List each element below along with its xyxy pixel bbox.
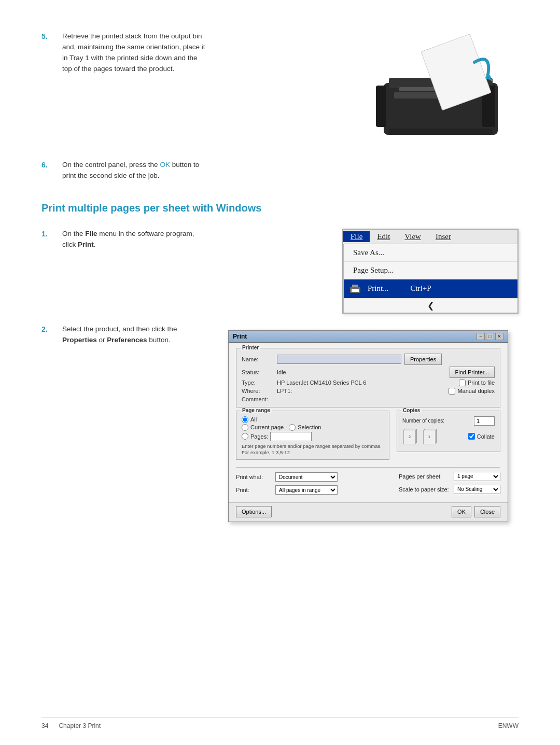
options-button[interactable]: Options... [236,506,272,517]
properties-button[interactable]: Properties [404,354,442,365]
svg-rect-11 [352,285,358,287]
menu-bar-inser[interactable]: Inser [428,231,458,242]
collate-label: Collate [477,433,495,440]
menu-item-print[interactable]: Print... Ctrl+P [344,279,517,299]
pages-input[interactable] [270,432,312,441]
menu-bar-view[interactable]: View [397,231,428,242]
page-container: 5. Retrieve the printed stack from the o… [0,0,560,745]
step-6-row: 6. On the control panel, press the OK bu… [41,160,519,181]
pages-radio-row: Pages: [242,432,384,441]
step-5-number: 5. [41,32,62,75]
manual-duplex-label: Manual duplex [457,388,495,394]
print-to-file-row: Print to file [459,379,495,386]
dialog-close-btn[interactable]: ✕ [495,333,503,340]
step-1-col: 1. On the File menu in the software prog… [41,229,321,314]
all-radio[interactable] [242,416,248,423]
type-row: Type: HP LaserJet CM1410 Series PCL 6 Pr… [242,379,495,386]
printer-section: Printer Name: Properties Status: Idle [236,348,500,407]
copies-section: Copies Number of copies: [397,411,500,452]
menu-item-save-as[interactable]: Save As... [344,244,517,262]
dialog-maximize-btn[interactable]: □ [486,333,494,340]
print-menu-icon [349,284,361,294]
ctrl-p-shortcut: Ctrl+P [410,284,431,293]
step-1-row: 1. On the File menu in the software prog… [41,229,321,250]
dialog-action-buttons: OK Close [452,506,500,517]
print-label-field: Print: [236,487,272,493]
status-row: Status: Idle Find Printer... [242,367,495,378]
printer-illustration [342,31,519,150]
print-to-file-checkbox[interactable] [459,379,466,386]
where-value: LPT1: [277,388,292,394]
print-dialog: Print − □ ✕ Printer Name: [228,330,508,522]
chapter-text: Chapter 3 Print [59,722,101,729]
menu-bar-file[interactable]: File [343,231,370,242]
collate-icon-2: 1 [422,429,439,444]
copies-input[interactable] [474,416,495,426]
step-1-number: 1. [41,230,62,238]
print-to-file-label: Print to file [468,379,495,386]
menu-bar: File Edit View Inser [343,230,517,244]
copies-content: Number of copies: 2 [402,416,495,444]
menu-bar-edit[interactable]: Edit [370,231,397,242]
scale-row: Scale to paper size: No Scaling [399,485,500,494]
step-2-number: 2. [41,325,62,333]
type-value: HP LaserJet CM1410 Series PCL 6 [277,379,366,386]
print-what-select[interactable]: Document [275,472,338,482]
printer-name-input[interactable] [277,355,401,364]
menu-item-page-setup[interactable]: Page Setup... [344,262,517,279]
pages-radio[interactable] [242,433,248,440]
dialog-minimize-btn[interactable]: − [477,333,485,340]
all-radio-row: All [242,416,384,423]
copies-col: Copies Number of copies: [397,411,500,463]
printer-section-content: Name: Properties Status: Idle Find Print… [242,354,495,402]
find-printer-button[interactable]: Find Printer... [450,367,495,378]
svg-rect-8 [389,129,493,135]
current-page-radio[interactable] [242,424,248,431]
selection-radio[interactable] [289,424,296,431]
step-2-col: 2. Select the product, and then click th… [41,324,207,522]
pages-per-sheet-select[interactable]: 1 page [454,472,500,481]
status-value: Idle [277,369,286,375]
page-number: 34 [41,722,48,729]
menu-dropdown: Save As... Page Setup... Print... Ctrl+P… [343,244,517,313]
zoom-section: Pages per sheet: 1 page [399,472,500,483]
print-dialog-area: Print − □ ✕ Printer Name: [228,324,519,522]
dialog-window-controls: − □ ✕ [477,333,503,340]
where-label: Where: [242,388,274,394]
ok-button[interactable]: OK [452,506,471,517]
step-1-file-bold: File [85,230,97,237]
step-6-text: On the control panel, press the OK butto… [62,160,519,181]
preferences-bold: Preferences [107,336,147,344]
footer-right: ENWW [498,722,519,729]
step-2-and-dialog: 2. Select the product, and then click th… [41,324,519,522]
print-select[interactable]: All pages in range [275,485,338,495]
page-range-copies-row: Page range All Curr [236,411,500,463]
page-range-label: Page range [241,407,272,413]
comment-label: Comment: [242,396,274,402]
section-heading: Print multiple pages per sheet with Wind… [41,202,519,214]
dialog-separator [236,467,500,468]
type-label: Type: [242,379,274,386]
menu-more-indicator: ❮ [344,299,517,313]
scale-label: Scale to paper size: [399,486,451,493]
scale-select[interactable]: No Scaling [454,485,500,494]
step-5-row: 5. Retrieve the printed stack from the o… [41,31,519,150]
dialog-titlebar: Print − □ ✕ [229,331,508,343]
number-of-copies-row: Number of copies: [402,416,495,426]
close-button[interactable]: Close [474,506,500,517]
collate-checkbox[interactable] [468,433,475,440]
step-6-number: 6. [41,161,62,169]
manual-duplex-checkbox[interactable] [449,388,455,395]
all-label: All [250,416,257,423]
page-range-section: Page range All Curr [236,411,389,460]
page-range-content: All Current page [242,416,384,456]
collate-area: 2 1 C [402,429,495,444]
step-2-row: 2. Select the product, and then click th… [41,324,207,346]
current-page-label: Current page [250,424,284,430]
num-copies-label: Number of copies: [402,418,471,424]
copies-section-label: Copies [401,407,422,413]
name-label: Name: [242,356,274,362]
footer-left: 34 Chapter 3 Print [41,722,101,729]
printer-section-label: Printer [241,345,260,350]
step-1-print-bold: Print [78,241,94,248]
